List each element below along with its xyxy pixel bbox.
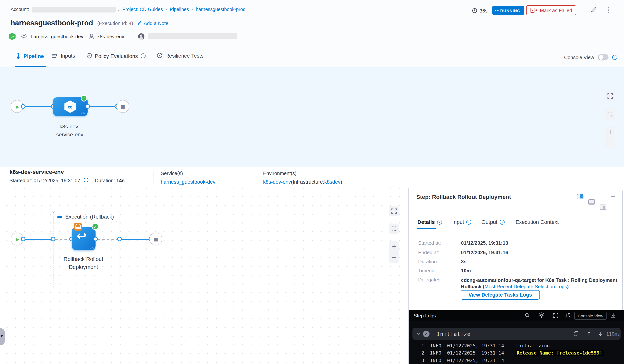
execution-graph-canvas[interactable]: Execution (Rollback) </> Rollback Rollou… bbox=[0, 188, 408, 364]
console-view-info-icon[interactable] bbox=[612, 55, 617, 60]
services-column: Service(s) harness_guestbook-dev bbox=[161, 170, 215, 185]
fullscreen-logs-icon[interactable] bbox=[553, 313, 558, 318]
minimize-panel-icon[interactable] bbox=[611, 196, 615, 197]
stage-success-badge bbox=[81, 95, 87, 101]
tab-resilience-tests[interactable]: Resilience Tests bbox=[156, 53, 204, 59]
dashed-connector bbox=[98, 239, 118, 240]
view-delegate-tasks-logs-button[interactable]: View Delegate Tasks Logs bbox=[461, 290, 540, 300]
rollback-arrow-icon bbox=[77, 229, 87, 243]
edit-pipeline-icon[interactable] bbox=[590, 7, 597, 13]
console-view-button[interactable]: Console View bbox=[574, 312, 607, 320]
status-badge-label: RUNNING bbox=[500, 8, 520, 13]
breadcrumb-separator: › bbox=[165, 7, 167, 12]
play-icon bbox=[15, 236, 19, 243]
breadcrumb-current-pipeline[interactable]: harnessguestbook-prod bbox=[196, 7, 246, 12]
connector-port bbox=[117, 237, 122, 241]
more-options-icon[interactable] bbox=[608, 7, 609, 13]
delegate-selection-logs-link[interactable]: Most Recent Delegate Selection Logs bbox=[485, 284, 567, 289]
redacted-user-info bbox=[148, 33, 237, 39]
infra-prefix: (Infrastructure: bbox=[291, 179, 324, 185]
top-bar: Account: › Project: CD Guides › Pipeline… bbox=[0, 0, 624, 47]
log-line-number: 2 bbox=[419, 350, 424, 356]
breadcrumb-pipelines-link[interactable]: Pipelines bbox=[170, 7, 189, 12]
step-node-rollback-rollout-deployment[interactable]: </> bbox=[72, 227, 96, 250]
started-value: 01/12/2025, 19:31:13 bbox=[461, 240, 508, 246]
step-logs-title: Step Logs bbox=[414, 313, 436, 318]
stage-details-name: k8s-dev-service-env bbox=[9, 169, 64, 175]
search-logs-icon[interactable] bbox=[524, 313, 530, 318]
timeout-label: Timeout: bbox=[418, 268, 437, 273]
zoom-out-button[interactable] bbox=[607, 140, 613, 146]
mark-failed-icon bbox=[530, 8, 537, 13]
tab-output[interactable]: Output bbox=[481, 219, 505, 225]
environment-link[interactable]: k8s-dev-env bbox=[263, 179, 291, 185]
play-icon bbox=[15, 103, 19, 110]
zoom-in-button[interactable] bbox=[391, 243, 397, 249]
collapse-group-icon[interactable] bbox=[57, 216, 62, 218]
zoom-out-button[interactable] bbox=[391, 255, 397, 260]
stage-graph-canvas[interactable]: </> k8s-dev- service-env bbox=[0, 67, 624, 167]
active-tab-underline bbox=[417, 228, 436, 229]
stage-code-icon: </> bbox=[81, 112, 86, 115]
redacted-account-name bbox=[32, 7, 115, 12]
expand-left-panel-handle[interactable] bbox=[0, 328, 5, 345]
layout-floating-panel-icon[interactable] bbox=[600, 205, 606, 210]
cd-module-icon bbox=[9, 33, 16, 40]
pipeline-execution-page: Account: › Project: CD Guides › Pipeline… bbox=[0, 0, 624, 364]
step-logs-toolbar: Step Logs Console View bbox=[409, 310, 624, 321]
started-label: Started at: bbox=[418, 240, 441, 246]
zoom-controls bbox=[605, 126, 615, 148]
chevron-down-icon[interactable] bbox=[416, 332, 420, 335]
input-info-icon[interactable] bbox=[466, 219, 471, 224]
infrastructure-link[interactable]: k8sdev bbox=[324, 179, 341, 185]
mark-as-failed-label: Mark as Failed bbox=[540, 7, 572, 13]
scroll-up-icon[interactable] bbox=[586, 331, 591, 336]
pipeline-end-node[interactable] bbox=[116, 100, 129, 113]
tab-inputs[interactable]: Inputs bbox=[52, 53, 75, 59]
log-timestamp: 01/12/2025, 19:31:14 bbox=[447, 350, 504, 356]
step-label[interactable]: Rollback Rollout Deployment bbox=[57, 255, 110, 271]
execution-end-node[interactable] bbox=[149, 233, 162, 245]
note-pencil-icon bbox=[137, 21, 142, 25]
stop-icon bbox=[154, 236, 158, 243]
rollout-deployment-badge-icon bbox=[74, 223, 82, 231]
tab-input[interactable]: Input bbox=[452, 219, 471, 225]
fit-to-screen-button[interactable] bbox=[389, 206, 399, 216]
fit-to-screen-button[interactable] bbox=[605, 91, 615, 101]
mark-as-failed-button[interactable]: Mark as Failed bbox=[526, 5, 576, 15]
console-view-toggle[interactable] bbox=[598, 54, 609, 60]
download-logs-icon[interactable] bbox=[610, 313, 616, 318]
marquee-select-button[interactable] bbox=[389, 224, 399, 234]
log-section-initialize[interactable]: Initialize 110ms bbox=[413, 328, 621, 340]
log-level: INFO bbox=[430, 343, 441, 348]
log-settings-gear-icon[interactable] bbox=[538, 312, 545, 318]
layout-bottom-panel-icon[interactable] bbox=[588, 199, 595, 205]
meta-row: harness_guestbook-dev k8s-dev-env bbox=[9, 33, 237, 40]
service-link[interactable]: harness_guestbook-dev bbox=[161, 179, 215, 185]
zoom-in-button[interactable] bbox=[607, 129, 613, 135]
breadcrumb-project-link[interactable]: Project: CD Guides bbox=[122, 7, 163, 12]
step-panel-title: Step: Rollback Rollout Deployment bbox=[416, 194, 511, 200]
copy-logs-icon[interactable] bbox=[573, 331, 578, 336]
connector-line bbox=[23, 106, 53, 107]
layout-right-panel-icon[interactable] bbox=[577, 194, 583, 199]
details-info-icon[interactable] bbox=[437, 219, 442, 224]
tab-details[interactable]: Details bbox=[417, 219, 442, 225]
policy-info-icon[interactable] bbox=[140, 53, 145, 58]
replay-icon[interactable] bbox=[83, 178, 88, 183]
scroll-down-icon[interactable] bbox=[598, 331, 603, 336]
section-success-icon bbox=[423, 331, 430, 337]
tab-policy-evaluations[interactable]: Policy Evaluations bbox=[86, 53, 145, 59]
output-info-icon[interactable] bbox=[500, 219, 505, 224]
stage-label[interactable]: k8s-dev- service-env bbox=[47, 123, 93, 139]
tab-execution-context[interactable]: Execution Context bbox=[516, 219, 559, 225]
infra-suffix: ) bbox=[340, 179, 342, 185]
connector-port bbox=[85, 104, 90, 109]
add-note-link[interactable]: Add a Note bbox=[137, 20, 168, 26]
duration-value: 3s bbox=[461, 259, 467, 264]
open-logs-external-icon[interactable] bbox=[565, 313, 571, 318]
divider bbox=[154, 171, 154, 184]
log-timestamp: 01/12/2025, 19:31:14 bbox=[447, 343, 504, 348]
marquee-select-button[interactable] bbox=[605, 109, 615, 119]
tab-pipeline[interactable]: Pipeline bbox=[16, 53, 44, 59]
